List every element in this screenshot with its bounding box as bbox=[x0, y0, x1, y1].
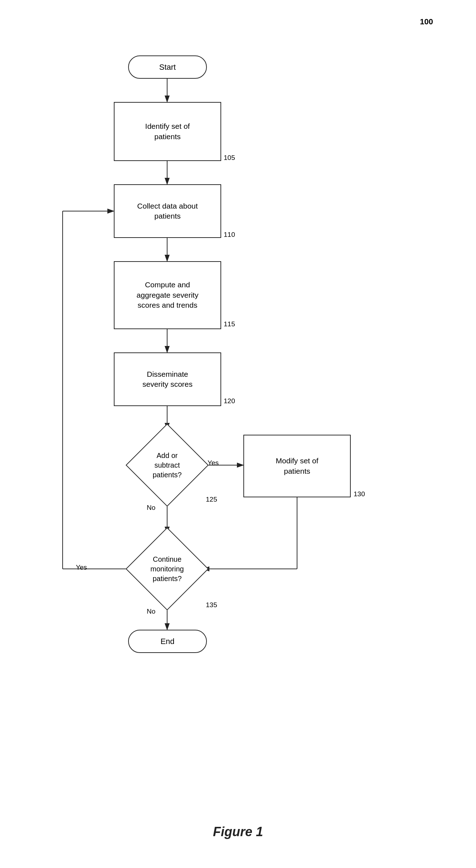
tag-110: 110 bbox=[224, 231, 235, 239]
no-label-125: No bbox=[147, 504, 155, 512]
tag-130: 130 bbox=[354, 490, 365, 498]
end-node: End bbox=[128, 630, 207, 653]
tag-115: 115 bbox=[224, 320, 235, 328]
box-compute-severity: Compute and aggregate severity scores an… bbox=[114, 261, 221, 329]
diamond-continue-monitoring: Continue monitoring patients? bbox=[131, 533, 203, 605]
box-disseminate: Disseminate severity scores bbox=[114, 352, 221, 406]
figure-caption: Figure 1 bbox=[213, 824, 263, 839]
start-node: Start bbox=[128, 55, 207, 79]
yes-label-135: Yes bbox=[76, 564, 87, 571]
box-identify-patients: Identify set of patients bbox=[114, 102, 221, 161]
tag-120: 120 bbox=[224, 397, 235, 405]
tag-125: 125 bbox=[206, 496, 217, 503]
figure-number: 100 bbox=[420, 17, 433, 26]
tag-105: 105 bbox=[224, 154, 235, 162]
flow-arrows bbox=[0, 0, 476, 868]
box-modify-patients: Modify set of patients bbox=[243, 435, 351, 497]
yes-label-125: Yes bbox=[208, 459, 219, 467]
tag-135: 135 bbox=[206, 601, 217, 609]
box-collect-data: Collect data about patients bbox=[114, 184, 221, 238]
no-label-135: No bbox=[147, 608, 155, 615]
diagram-container: 100 Start bbox=[0, 0, 476, 868]
diamond-add-subtract: Add or subtract patients? bbox=[131, 429, 203, 501]
